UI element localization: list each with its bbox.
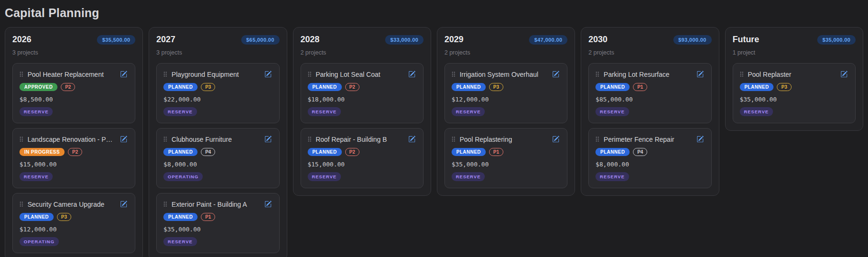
card-amount: $85,000.00 — [595, 96, 704, 103]
card-title-row: Exterior Paint - Building A — [163, 200, 272, 209]
badge-row: PLANNED P1 — [595, 83, 704, 91]
project-card[interactable]: Parking Lot Seal Coat PLANNED P2 $18,000… — [301, 63, 424, 123]
priority-badge: P3 — [57, 213, 71, 221]
edit-button[interactable] — [264, 135, 273, 144]
column-project-count: 1 project — [733, 49, 856, 56]
page-title: Capital Planning — [5, 0, 863, 27]
edit-button[interactable] — [407, 135, 416, 144]
project-card[interactable]: Parking Lot Resurface PLANNED P1 $85,000… — [588, 63, 711, 123]
column-year: 2029 — [444, 35, 463, 45]
column-header: 2029 $47,000.00 — [444, 35, 567, 45]
edit-button[interactable] — [119, 200, 128, 209]
edit-button[interactable] — [264, 70, 273, 79]
card-title-row: Irrigation System Overhaul — [452, 70, 560, 79]
project-card[interactable]: Playground Equipment PLANNED P3 $22,000.… — [156, 63, 279, 123]
edit-button[interactable] — [264, 200, 273, 209]
badge-row: PLANNED P4 — [595, 148, 704, 156]
edit-button[interactable] — [119, 70, 128, 79]
drag-handle-icon[interactable] — [19, 71, 23, 77]
year-column: Future $35,000.00 1 project Pool Replast… — [725, 27, 863, 131]
drag-handle-icon[interactable] — [308, 71, 311, 77]
drag-handle-icon[interactable] — [740, 71, 744, 77]
project-card[interactable]: Landscape Renovation - Pha... IN PROGRES… — [12, 128, 135, 188]
project-card[interactable]: Perimeter Fence Repair PLANNED P4 $8,000… — [588, 128, 711, 188]
card-amount: $35,000.00 — [452, 161, 560, 168]
card-list: Parking Lot Seal Coat PLANNED P2 $18,000… — [301, 63, 424, 188]
edit-button[interactable] — [119, 135, 128, 144]
fund-badge: RESERVE — [163, 107, 197, 116]
fund-badge: RESERVE — [308, 107, 341, 116]
column-year: 2026 — [12, 35, 31, 45]
edit-icon — [264, 136, 272, 143]
priority-badge: P4 — [633, 148, 647, 156]
badge-row: PLANNED P3 — [452, 83, 560, 91]
status-badge: PLANNED — [163, 83, 198, 91]
card-title: Exterior Paint - Building A — [171, 201, 259, 208]
priority-badge: P3 — [201, 83, 215, 91]
card-title-row: Pool Heater Replacement — [19, 70, 128, 79]
card-amount: $15,000.00 — [19, 161, 128, 168]
fund-badge: RESERVE — [308, 172, 341, 181]
edit-icon — [552, 136, 559, 143]
drag-handle-icon[interactable] — [163, 201, 167, 207]
drag-handle-icon[interactable] — [163, 71, 167, 77]
edit-button[interactable] — [696, 135, 705, 144]
edit-button[interactable] — [551, 135, 560, 144]
priority-badge: P2 — [68, 148, 82, 156]
column-year: 2030 — [588, 35, 607, 45]
priority-badge: P4 — [201, 148, 215, 156]
status-badge: PLANNED — [595, 83, 630, 91]
status-badge: APPROVED — [19, 83, 57, 91]
card-title: Irrigation System Overhaul — [460, 71, 547, 78]
card-title-row: Clubhouse Furniture — [163, 135, 272, 144]
drag-handle-icon[interactable] — [19, 201, 23, 207]
project-card[interactable]: Irrigation System Overhaul PLANNED P3 $1… — [444, 63, 567, 123]
drag-handle-icon[interactable] — [595, 136, 599, 142]
drag-handle-icon[interactable] — [452, 136, 455, 142]
project-card[interactable]: Pool Replastering PLANNED P1 $35,000.00 … — [444, 128, 567, 188]
status-badge: PLANNED — [740, 83, 774, 91]
priority-badge: P1 — [633, 83, 647, 91]
year-column: 2028 $33,000.00 2 projects Parking Lot S… — [293, 27, 431, 196]
card-title: Landscape Renovation - Pha... — [28, 136, 115, 143]
edit-icon — [408, 71, 415, 78]
priority-badge: P3 — [489, 83, 503, 91]
drag-handle-icon[interactable] — [163, 136, 167, 142]
edit-button[interactable] — [696, 70, 705, 79]
edit-button[interactable] — [407, 70, 416, 79]
board: 2026 $35,500.00 3 projects Pool Heater R… — [5, 27, 863, 257]
edit-button[interactable] — [551, 70, 560, 79]
drag-handle-icon[interactable] — [452, 71, 455, 77]
card-title: Playground Equipment — [171, 71, 259, 78]
card-list: Irrigation System Overhaul PLANNED P3 $1… — [444, 63, 567, 188]
fund-badge: RESERVE — [595, 172, 629, 181]
card-amount: $12,000.00 — [19, 226, 128, 233]
edit-icon — [697, 136, 704, 143]
edit-button[interactable] — [840, 70, 849, 79]
badge-row: PLANNED P3 — [163, 83, 272, 91]
card-title: Parking Lot Seal Coat — [316, 71, 403, 78]
drag-handle-icon[interactable] — [308, 136, 311, 142]
card-title-row: Perimeter Fence Repair — [595, 135, 704, 144]
card-title: Clubhouse Furniture — [171, 136, 259, 143]
project-card[interactable]: Roof Repair - Building B PLANNED P2 $15,… — [301, 128, 424, 188]
project-card[interactable]: Pool Heater Replacement APPROVED P2 $8,5… — [12, 63, 135, 123]
card-title-row: Landscape Renovation - Pha... — [19, 135, 128, 144]
status-badge: PLANNED — [308, 148, 342, 156]
edit-icon — [120, 201, 127, 208]
column-total-badge: $93,000.00 — [673, 35, 712, 45]
project-card[interactable]: Pool Replaster PLANNED P3 $35,000.00 RES… — [733, 63, 856, 123]
fund-badge: RESERVE — [452, 172, 485, 181]
edit-icon — [120, 71, 127, 78]
project-card[interactable]: Clubhouse Furniture PLANNED P4 $8,000.00… — [156, 128, 279, 188]
column-year: 2028 — [301, 35, 320, 45]
drag-handle-icon[interactable] — [19, 136, 23, 142]
edit-icon — [408, 136, 415, 143]
card-amount: $12,000.00 — [452, 96, 560, 103]
badge-row: PLANNED P4 — [163, 148, 272, 156]
drag-handle-icon[interactable] — [595, 71, 599, 77]
project-card[interactable]: Exterior Paint - Building A PLANNED P1 $… — [156, 193, 279, 253]
column-total-badge: $35,000.00 — [817, 35, 856, 45]
project-card[interactable]: Security Camera Upgrade PLANNED P3 $12,0… — [12, 193, 135, 253]
card-amount: $8,500.00 — [19, 96, 128, 103]
